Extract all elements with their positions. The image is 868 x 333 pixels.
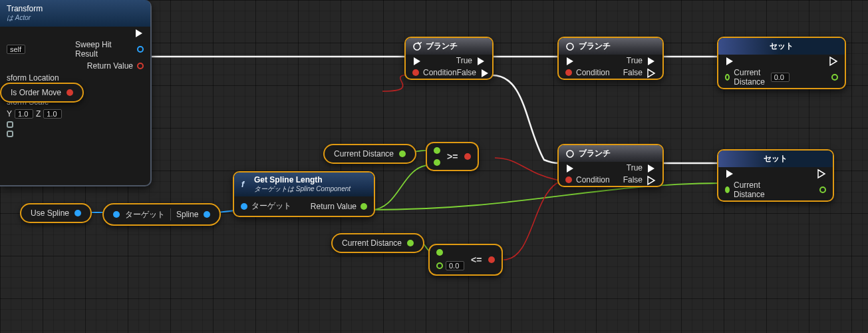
exec-in-pin[interactable] <box>565 56 575 65</box>
float-out-pin[interactable] <box>361 203 367 210</box>
pin-label: False <box>457 68 476 77</box>
bool-out-pin[interactable] <box>464 153 471 160</box>
float-a-in-pin[interactable] <box>434 147 440 154</box>
branch-icon <box>565 149 575 159</box>
exec-false-pin[interactable] <box>647 175 656 184</box>
float-in-pin[interactable] <box>725 186 730 193</box>
pin-label: True <box>627 163 643 172</box>
node-header: セット <box>718 38 845 55</box>
pin-label: Sweep Hit Result <box>75 40 133 59</box>
svg-text:f: f <box>241 180 245 189</box>
node-title: ブランチ <box>579 41 611 52</box>
object-out-pin[interactable] <box>204 211 210 218</box>
target-in-pin[interactable] <box>241 203 247 210</box>
exec-in-pin[interactable] <box>565 163 575 172</box>
variable-label: Current Distance <box>342 238 402 248</box>
condition-in-pin[interactable] <box>565 69 572 76</box>
node-compare-ge[interactable]: >= <box>426 142 479 171</box>
exec-false-pin[interactable] <box>480 68 490 77</box>
exec-out-pin[interactable] <box>829 56 838 65</box>
float-default[interactable]: 0.0 <box>771 73 790 82</box>
exec-true-pin[interactable] <box>647 163 656 172</box>
exec-in-pin[interactable] <box>725 168 734 178</box>
condition-in-pin[interactable] <box>565 176 572 183</box>
float-b-default[interactable]: 0.0 <box>446 261 464 270</box>
float-b-in-pin[interactable] <box>434 159 440 166</box>
node-get-spline-length[interactable]: f Get Spline Length ターゲットは Spline Compon… <box>233 171 375 217</box>
exec-in-pin[interactable] <box>725 56 734 65</box>
pin-label: Current Distance <box>734 180 776 199</box>
struct-out-pin[interactable] <box>137 46 144 53</box>
node-set-current-distance-1[interactable]: セット Current Distance 0.0 <box>717 37 846 89</box>
node-header: ブランチ <box>406 38 492 55</box>
pin-label: ターゲット <box>251 200 291 212</box>
exec-out-pin[interactable] <box>134 28 144 37</box>
pin-label: True <box>627 56 643 65</box>
pin-label: Return Value <box>311 202 357 211</box>
pin-label: True <box>456 56 472 65</box>
pin-label: Current Distance <box>734 68 766 87</box>
node-title: ブランチ <box>579 148 611 159</box>
node-title: セット <box>770 41 794 52</box>
node-set-current-distance-2[interactable]: セット Current Distance <box>717 149 834 202</box>
pin-label: Condition <box>576 175 610 184</box>
bool-out-pin[interactable] <box>137 63 144 69</box>
node-header: f Get Spline Length ターゲットは Spline Compon… <box>234 172 374 196</box>
float-b-in-pin[interactable] <box>436 262 443 269</box>
pin-label: sform Location <box>7 73 144 83</box>
object-in-pin[interactable] <box>113 211 120 218</box>
pin-label: ターゲット <box>125 209 165 220</box>
node-header: ブランチ <box>559 145 662 162</box>
pin-label: False <box>623 68 643 77</box>
operator-label: >= <box>447 151 458 162</box>
axis-label: Y <box>7 109 12 119</box>
condition-in-pin[interactable] <box>412 69 419 76</box>
node-subtitle: は Actor <box>7 13 144 23</box>
float-out-pin[interactable] <box>819 186 826 193</box>
separator <box>170 208 171 220</box>
node-header: Transform は Actor <box>0 0 150 27</box>
variable-is-order-move[interactable]: Is Order Move <box>0 83 84 103</box>
variable-label: Current Distance <box>334 149 394 159</box>
axis-label: Z <box>36 109 41 119</box>
scale-y-input[interactable]: 1.0 <box>15 109 33 119</box>
node-title: Transform <box>7 4 144 13</box>
float-out-pin[interactable] <box>407 240 414 246</box>
pin[interactable] <box>7 121 13 128</box>
exec-false-pin[interactable] <box>647 68 656 77</box>
self-pin[interactable]: self <box>7 45 25 54</box>
pin-label: Return Value <box>87 61 133 71</box>
bool-out-pin[interactable] <box>67 89 73 96</box>
variable-use-spline[interactable]: Use Spline <box>20 203 92 223</box>
exec-out-pin[interactable] <box>817 168 826 178</box>
node-branch-3[interactable]: ブランチ True Condition False <box>557 144 664 187</box>
variable-label: Use Spline <box>31 208 69 218</box>
node-title: Get Spline Length <box>254 175 323 184</box>
exec-true-pin[interactable] <box>476 56 486 65</box>
float-out-pin[interactable] <box>399 151 406 157</box>
variable-current-distance-1[interactable]: Current Distance <box>323 144 416 164</box>
float-out-pin[interactable] <box>831 74 838 81</box>
pin[interactable] <box>7 131 13 137</box>
operator-label: <= <box>471 254 482 265</box>
variable-current-distance-2[interactable]: Current Distance <box>331 233 424 253</box>
node-header: ブランチ <box>559 38 662 55</box>
object-out-pin[interactable] <box>74 210 81 216</box>
component-get-spline[interactable]: ターゲット Spline <box>102 203 221 226</box>
function-icon: f <box>241 180 250 189</box>
exec-in-pin[interactable] <box>412 56 422 65</box>
node-subtitle: ターゲットは Spline Component <box>254 184 351 194</box>
bool-out-pin[interactable] <box>488 256 495 263</box>
node-branch-1[interactable]: ブランチ True Condition False <box>404 37 494 80</box>
node-compare-le[interactable]: 0.0 <= <box>428 244 503 276</box>
branch-icon <box>412 42 422 51</box>
pin-label: Spline <box>176 210 198 219</box>
node-title: ブランチ <box>426 41 458 52</box>
branch-icon <box>565 42 575 51</box>
exec-true-pin[interactable] <box>647 56 656 65</box>
node-branch-2[interactable]: ブランチ True Condition False <box>557 37 664 80</box>
pin-label: Condition <box>423 68 457 77</box>
scale-z-input[interactable]: 1.0 <box>43 109 62 119</box>
float-a-in-pin[interactable] <box>436 249 443 256</box>
float-in-pin[interactable] <box>725 74 730 81</box>
